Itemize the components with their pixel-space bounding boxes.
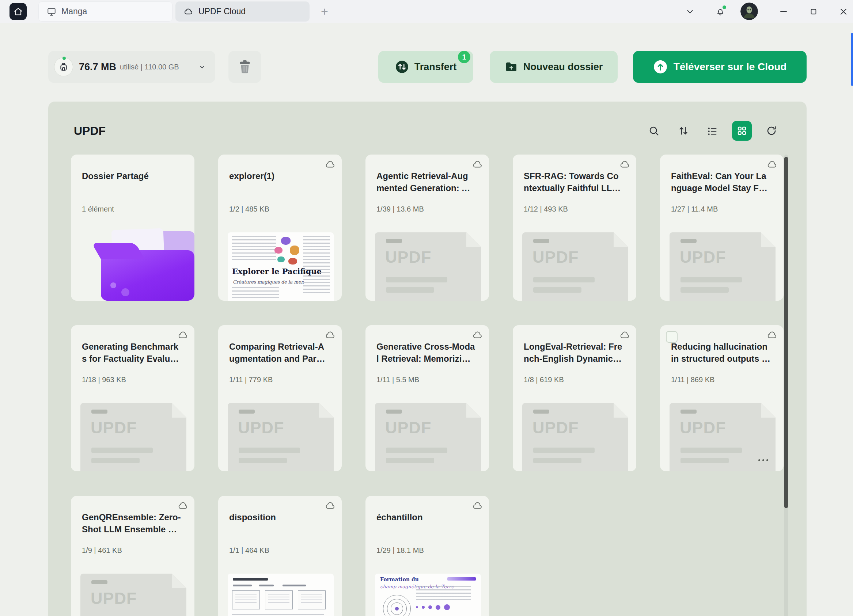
refresh-button[interactable] xyxy=(763,123,780,139)
updf-placeholder-page: UPDF xyxy=(80,403,187,471)
list-view-button[interactable] xyxy=(704,123,720,139)
file-card-thumbnail: UPDF xyxy=(522,232,628,301)
field-diagram-core xyxy=(395,607,399,610)
placeholder-bar xyxy=(680,287,729,293)
file-card-meta: 1/11 | 5.5 MB xyxy=(376,376,419,384)
doc-title: Formation du xyxy=(380,577,419,583)
trash-icon xyxy=(237,58,253,75)
placeholder-bar xyxy=(680,458,729,463)
file-card-title: SFR-RAG: Towards Contextually Faithful L… xyxy=(524,170,623,194)
updf-placeholder-page: UPDF xyxy=(375,403,481,471)
window-scrollbar-fragment[interactable] xyxy=(851,33,853,86)
minimize-button[interactable] xyxy=(777,5,791,19)
file-card[interactable]: échantillon 1/29 | 18.1 MB Formation du … xyxy=(366,496,489,616)
file-card[interactable]: SFR-RAG: Towards Contextually Faithful L… xyxy=(513,155,636,301)
card-checkbox[interactable] xyxy=(666,331,678,343)
updf-placeholder-page: UPDF xyxy=(228,403,334,471)
file-card-thumbnail: Explorer le Pacifique Créatures magiques… xyxy=(228,232,334,301)
file-card-title: Agentic Retrieval-Augmented Generation: … xyxy=(376,170,476,194)
titlebar: Manga UPDF Cloud + xyxy=(0,0,853,23)
search-button[interactable] xyxy=(646,123,662,139)
cloud-sync-icon xyxy=(472,330,483,341)
file-card[interactable]: Agentic Retrieval-Augmented Generation: … xyxy=(366,155,489,301)
file-card-thumbnail xyxy=(101,229,194,301)
file-card[interactable]: disposition 1/1 | 464 KB xyxy=(218,496,342,616)
more-options-icon[interactable] xyxy=(758,459,768,461)
file-card[interactable]: FaithEval: Can Your Language Model Stay … xyxy=(660,155,783,301)
updf-watermark: UPDF xyxy=(385,418,432,437)
file-card-title: disposition xyxy=(229,511,329,523)
user-avatar[interactable] xyxy=(741,3,758,20)
grid-view-button-active[interactable] xyxy=(732,121,752,141)
file-card[interactable]: Generating Benchmarks for Factuality Eva… xyxy=(71,325,194,471)
file-card[interactable]: explorer(1) 1/2 | 485 KB Explorer le Pac… xyxy=(218,155,342,301)
upload-to-cloud-button[interactable]: Téléverser sur le Cloud xyxy=(633,51,807,83)
transfer-badge: 1 xyxy=(458,51,471,63)
page-fold xyxy=(614,232,628,247)
avatar-image xyxy=(741,3,758,20)
file-card-meta: 1/29 | 18.1 MB xyxy=(376,546,424,555)
updf-placeholder-page: UPDF xyxy=(375,232,481,301)
minimize-icon xyxy=(779,7,788,16)
file-card[interactable]: Dossier Partagé 1 élément xyxy=(71,155,194,301)
close-button[interactable] xyxy=(836,5,850,19)
file-card-title: Dossier Partagé xyxy=(82,170,181,182)
storage-icon-circle xyxy=(54,58,73,76)
floorplan-box xyxy=(298,590,326,610)
placeholder-bar xyxy=(386,277,447,282)
placeholder-bar xyxy=(91,458,140,463)
doc-subtitle: Créatures magiques de la mer. xyxy=(233,279,304,285)
updf-watermark: UPDF xyxy=(533,418,579,437)
tab-updf-cloud[interactable]: UPDF Cloud xyxy=(175,2,310,21)
transfer-button[interactable]: Transfert 1 xyxy=(378,51,473,83)
file-card-meta: 1/12 | 493 KB xyxy=(524,205,568,213)
updf-watermark: UPDF xyxy=(238,418,284,437)
placeholder-bar xyxy=(533,287,581,293)
document-preview xyxy=(228,574,334,616)
updf-watermark: UPDF xyxy=(680,248,726,267)
file-card[interactable]: LongEval-Retrieval: French-English Dynam… xyxy=(513,325,636,471)
placeholder-bar xyxy=(533,277,595,282)
file-card-meta: 1 élément xyxy=(82,205,114,213)
doc-label-bar xyxy=(259,584,274,586)
cloud-sync-icon xyxy=(472,160,483,171)
upload-icon xyxy=(653,59,668,74)
home-icon xyxy=(14,7,23,17)
text-lines xyxy=(232,287,279,299)
file-card-thumbnail: UPDF xyxy=(669,232,776,301)
storage-usage-dropdown[interactable]: 76.7 MB utilisé | 110.00 GB xyxy=(48,51,215,83)
placeholder-bar xyxy=(533,239,549,243)
file-card-meta: 1/1 | 464 KB xyxy=(229,546,269,555)
file-card[interactable]: GenQREnsemble: Zero-Shot LLM Ensemble Pr… xyxy=(71,496,194,616)
updf-placeholder-page: UPDF xyxy=(80,574,187,616)
tab-manga[interactable]: Manga xyxy=(38,2,173,21)
home-button[interactable] xyxy=(9,3,27,20)
file-card-title: LongEval-Retrieval: French-English Dynam… xyxy=(524,340,623,365)
sort-button[interactable] xyxy=(675,123,691,139)
new-tab-button[interactable]: + xyxy=(317,4,332,19)
doc-label-bar xyxy=(282,584,306,586)
trash-button[interactable] xyxy=(228,51,261,83)
placeholder-bar xyxy=(91,580,108,584)
folder-dot xyxy=(121,288,129,296)
new-folder-button[interactable]: Nouveau dossier xyxy=(490,51,618,83)
file-card-meta: 1/8 | 619 KB xyxy=(524,376,564,384)
file-card[interactable]: Comparing Retrieval-Augmentation and Par… xyxy=(218,325,342,471)
panel-scrollbar-thumb[interactable] xyxy=(784,157,788,508)
dot-chart xyxy=(416,604,450,610)
coral-image xyxy=(278,256,285,262)
page-fold xyxy=(319,403,334,417)
file-card[interactable]: Reducing hallucination in structured out… xyxy=(660,325,783,471)
page-fold xyxy=(466,403,481,417)
notifications-button[interactable] xyxy=(714,5,727,18)
page-fold xyxy=(614,403,628,417)
file-card-title: FaithEval: Can Your Language Model Stay … xyxy=(671,170,770,194)
placeholder-bar xyxy=(533,448,595,453)
updf-placeholder-page: UPDF xyxy=(669,232,776,301)
maximize-button[interactable] xyxy=(807,5,821,19)
file-card[interactable]: Generative Cross-Modal Retrieval: Memori… xyxy=(366,325,489,471)
page-fold xyxy=(172,403,187,417)
tabs-dropdown-button[interactable] xyxy=(683,5,697,18)
backpack-icon xyxy=(58,62,69,72)
file-card-meta: 1/27 | 11.4 MB xyxy=(671,205,718,213)
